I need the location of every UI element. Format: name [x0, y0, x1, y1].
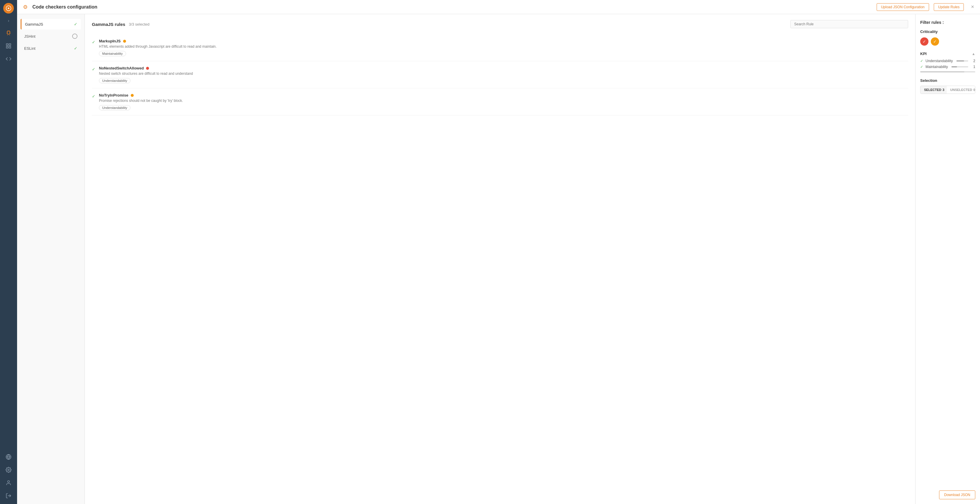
kpi-item-understandability: ✓ Understandability 2	[920, 59, 975, 63]
selection-section: Selection SELECTED3 UNSELECTED0	[920, 78, 975, 94]
rule-notryinpromise-name: NoTryInPromise	[99, 93, 908, 97]
checker-item-gammajs[interactable]: GammaJS ✓	[21, 19, 81, 29]
rules-title: GammaJS rules	[92, 22, 125, 27]
selected-btn[interactable]: SELECTED3	[921, 86, 947, 94]
kpi-understandability-bar	[956, 60, 968, 62]
criticality-dot-yellow[interactable]: ✓	[931, 37, 939, 46]
download-btn-wrapper: Download JSON	[939, 490, 975, 499]
kpi-understandability-check[interactable]: ✓	[920, 59, 923, 63]
close-button[interactable]: ×	[971, 4, 974, 10]
sidebar-expand-btn[interactable]: ›	[8, 18, 10, 23]
checker-eslint-check: ✓	[74, 46, 78, 51]
selected-count: 3	[943, 88, 944, 92]
filter-title: Filter rules :	[920, 20, 975, 25]
upload-json-button[interactable]: Upload JSON Configuration	[877, 3, 929, 11]
app-logo	[3, 3, 14, 14]
selection-buttons: SELECTED3 UNSELECTED0	[920, 86, 975, 94]
rule-nonestedswitchallowed-tag: Understandability	[99, 78, 130, 83]
kpi-understandability-bar-fill	[956, 60, 964, 62]
kpi-maintainability-bar-fill	[951, 66, 957, 67]
rules-header: GammaJS rules 3/3 selected	[92, 20, 908, 28]
rule-notryinpromise-dot	[131, 94, 134, 97]
rule-markupinjs-body: MarkupInJS HTML elements added through J…	[99, 39, 908, 56]
rule-nonestedswitchallowed-body: NoNestedSwitchAllowed Nested switch stru…	[99, 66, 908, 83]
header-icon: ⚙	[23, 4, 28, 10]
rules-count: 3/3 selected	[129, 22, 149, 27]
sidebar-item-code[interactable]	[3, 54, 14, 64]
rule-item-notryinpromise: ✓ NoTryInPromise Promise rejections shou…	[92, 88, 908, 115]
download-json-button[interactable]: Download JSON	[939, 490, 975, 499]
checker-list: GammaJS ✓ JSHint ESLint ✓	[17, 14, 85, 504]
sidebar-item-settings[interactable]	[3, 464, 14, 475]
rule-nonestedswitchallowed-name: NoNestedSwitchAllowed	[99, 66, 908, 70]
rule-markupinjs-check[interactable]: ✓	[92, 40, 95, 45]
content-area: GammaJS ✓ JSHint ESLint ✓ GammaJS rules …	[17, 14, 980, 504]
checker-item-jshint[interactable]: JSHint	[21, 30, 81, 42]
rule-markupinjs-tag: Maintainability	[99, 51, 126, 56]
sidebar-item-globe[interactable]	[3, 452, 14, 462]
checker-jshint-circle	[72, 33, 78, 39]
kpi-understandability-count: 2	[972, 59, 975, 63]
svg-rect-1	[6, 44, 8, 46]
checker-jshint-label: JSHint	[24, 34, 35, 38]
sidebar-item-grid[interactable]	[3, 41, 14, 51]
kpi-scrollbar	[920, 71, 975, 72]
kpi-header: KPI ▲	[920, 51, 975, 56]
selection-label: Selection	[920, 78, 975, 83]
svg-point-8	[8, 481, 10, 483]
filter-panel: Filter rules : Criticality ✓ ✓ KPI ▲ ✓ U…	[915, 14, 980, 504]
sidebar-item-bug[interactable]	[3, 28, 14, 38]
sidebar-item-user[interactable]	[3, 477, 14, 488]
update-rules-button[interactable]: Update Rules	[934, 3, 964, 11]
search-input[interactable]	[791, 20, 908, 28]
kpi-collapse-btn[interactable]: ▲	[972, 52, 975, 56]
checker-gammajs-check: ✓	[74, 22, 78, 27]
kpi-maintainability-count: 1	[972, 65, 975, 69]
rule-markupinjs-name: MarkupInJS	[99, 39, 908, 43]
rule-notryinpromise-body: NoTryInPromise Promise rejections should…	[99, 93, 908, 110]
svg-rect-3	[6, 46, 8, 48]
main-area: ⚙ Code checkers configuration Upload JSO…	[17, 0, 980, 504]
kpi-section-title: KPI	[920, 51, 927, 56]
kpi-understandability-label: Understandability	[926, 59, 953, 63]
kpi-item-maintainability: ✓ Maintainability 1	[920, 65, 975, 69]
rule-notryinpromise-check[interactable]: ✓	[92, 94, 95, 99]
rule-nonestedswitchallowed-dot	[146, 67, 149, 70]
criticality-dots: ✓ ✓	[920, 37, 975, 46]
kpi-maintainability-label: Maintainability	[926, 65, 948, 69]
kpi-section: KPI ▲ ✓ Understandability 2 ✓ Maintainab…	[920, 51, 975, 72]
svg-point-7	[8, 469, 10, 471]
criticality-dot-red[interactable]: ✓	[920, 37, 929, 46]
criticality-label: Criticality	[920, 29, 975, 34]
rule-item-markupinjs: ✓ MarkupInJS HTML elements added through…	[92, 34, 908, 61]
kpi-scrollbar-thumb	[920, 71, 964, 72]
sidebar-item-logout[interactable]	[3, 490, 14, 501]
unselected-count: 0	[973, 88, 975, 92]
kpi-maintainability-check[interactable]: ✓	[920, 65, 923, 69]
rule-nonestedswitchallowed-desc: Nested switch structures are difficult t…	[99, 72, 908, 76]
sidebar: ›	[0, 0, 17, 504]
svg-rect-2	[9, 44, 11, 46]
rule-markupinjs-desc: HTML elements added through Javascript a…	[99, 45, 908, 49]
header: ⚙ Code checkers configuration Upload JSO…	[17, 0, 980, 14]
checker-eslint-label: ESLint	[24, 46, 35, 51]
checker-item-eslint[interactable]: ESLint ✓	[21, 43, 81, 54]
rule-notryinpromise-tag: Understandability	[99, 105, 130, 110]
rule-markupinjs-dot	[123, 40, 126, 43]
checker-gammajs-label: GammaJS	[25, 22, 43, 27]
rules-panel: GammaJS rules 3/3 selected ✓ MarkupInJS …	[85, 14, 915, 504]
unselected-btn[interactable]: UNSELECTED0	[947, 86, 975, 94]
svg-rect-4	[9, 46, 11, 48]
rule-notryinpromise-desc: Promise rejections should not be caught …	[99, 99, 908, 103]
kpi-maintainability-bar	[951, 66, 968, 67]
rule-item-nonestedswitchallowed: ✓ NoNestedSwitchAllowed Nested switch st…	[92, 61, 908, 88]
rule-nonestedswitchallowed-check[interactable]: ✓	[92, 67, 95, 72]
sidebar-bottom	[3, 452, 14, 501]
page-title: Code checkers configuration	[32, 5, 872, 10]
